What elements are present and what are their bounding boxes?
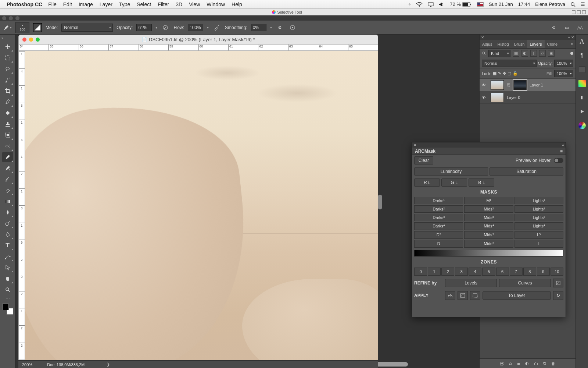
status-more-icon[interactable]: ❯ xyxy=(107,362,110,367)
layer-thumb[interactable] xyxy=(491,80,504,90)
mask-link-icon[interactable]: ⛓ xyxy=(507,83,510,87)
layer-thumb[interactable] xyxy=(491,93,504,102)
document-titlebar[interactable]: 📄 DSCF0951.tif @ 200% (Layer 1, Layer Ma… xyxy=(18,35,378,44)
tab-history[interactable]: Histog xyxy=(495,40,512,48)
apply-histogram-icon[interactable] xyxy=(445,291,455,300)
edit-toolbar-icon[interactable]: ⋯ xyxy=(2,296,13,301)
tab-adjust[interactable]: Adjus xyxy=(480,40,495,48)
lights3-button[interactable]: Lights³ xyxy=(514,214,563,221)
darks3-button[interactable]: Darks³ xyxy=(414,214,463,221)
panel-menu-icon[interactable]: ≡ xyxy=(560,149,563,154)
foreground-background-swatch[interactable] xyxy=(2,304,13,315)
arcmask-titlebar[interactable]: ✕« xyxy=(412,142,566,148)
zone-7[interactable]: 7 xyxy=(510,268,523,276)
pen-tool[interactable] xyxy=(2,229,13,240)
to-layer-button[interactable]: To Layer xyxy=(483,291,551,300)
trash-icon[interactable]: 🗑 xyxy=(551,361,555,366)
doc-size[interactable]: Doc: 138,0M/333,2M xyxy=(47,362,85,367)
healing-tool[interactable] xyxy=(2,108,13,118)
filter-shape-icon[interactable]: ▱ xyxy=(539,50,546,57)
filter-type-icon[interactable]: T xyxy=(530,50,537,57)
mask-icon[interactable]: ◙ xyxy=(517,361,520,366)
clear-button[interactable]: Clear xyxy=(414,156,433,164)
menu-filter[interactable]: Filter xyxy=(158,1,169,7)
lock-transparent-icon[interactable]: ▦ xyxy=(493,71,496,76)
type-tool[interactable]: T xyxy=(2,240,13,251)
dock-paragraph-icon[interactable]: ¶ xyxy=(578,52,586,60)
zone-5[interactable]: 5 xyxy=(482,268,495,276)
tab-brush[interactable]: Brush xyxy=(512,40,527,48)
direct-select-tool[interactable] xyxy=(2,262,13,273)
mids2-button[interactable]: Mids² xyxy=(464,205,513,213)
artboard-icon[interactable]: ▭ xyxy=(562,23,571,32)
patch-tool[interactable] xyxy=(2,130,13,140)
d-button[interactable]: D xyxy=(414,240,463,248)
dock-type-icon[interactable]: A xyxy=(578,38,586,46)
fill-input[interactable]: 100% xyxy=(554,70,573,77)
ruler-horizontal[interactable]: 545556575859606162636465 xyxy=(18,44,378,51)
apply-selection-icon[interactable] xyxy=(470,291,480,300)
smoothing-drop-icon[interactable]: ▾ xyxy=(270,25,272,29)
m1-button[interactable]: M¹ xyxy=(464,197,513,204)
zone-6[interactable]: 6 xyxy=(496,268,509,276)
marquee-tool[interactable] xyxy=(2,53,13,63)
zone-9[interactable]: 9 xyxy=(537,268,550,276)
zoom-tool[interactable] xyxy=(2,284,13,295)
brush-tool[interactable] xyxy=(2,152,13,162)
preview-toggle[interactable] xyxy=(554,158,563,163)
scrollbar-vertical[interactable] xyxy=(378,195,382,209)
lock-position-icon[interactable]: ✥ xyxy=(503,71,506,76)
airbrush-icon[interactable] xyxy=(212,23,221,32)
mixer-brush-tool[interactable] xyxy=(2,174,13,184)
saturation-tab[interactable]: Saturation xyxy=(490,167,563,176)
filter-pixel-icon[interactable]: ▦ xyxy=(513,50,519,57)
ruler-vertical[interactable]: 141516171819202122 xyxy=(18,51,25,360)
link-layers-icon[interactable]: ⛓ xyxy=(500,361,504,366)
stamp-tool[interactable] xyxy=(2,119,13,129)
menu-window[interactable]: Window xyxy=(207,1,225,7)
crop-tool[interactable] xyxy=(2,86,13,96)
close-icon[interactable]: ✕ xyxy=(413,143,416,147)
menu-help[interactable]: Help xyxy=(232,1,242,7)
history-brush-tool[interactable] xyxy=(2,163,13,173)
darks2-button[interactable]: Darks² xyxy=(414,205,463,213)
tab-layers[interactable]: Layers xyxy=(527,40,544,48)
filter-kind-select[interactable]: Kind xyxy=(488,50,510,57)
mids4-button[interactable]: Mids⁴ xyxy=(464,222,513,230)
smoothing-gear-icon[interactable]: ⚙ xyxy=(276,23,284,32)
lock-artboard-icon[interactable]: ▢ xyxy=(508,71,511,76)
apply-curves-icon[interactable] xyxy=(458,291,468,300)
flow-drop-icon[interactable]: ▾ xyxy=(207,25,209,29)
opacity-drop-icon[interactable]: ▾ xyxy=(155,25,157,29)
eraser-tool[interactable] xyxy=(2,185,13,195)
menu-image[interactable]: Image xyxy=(79,1,93,7)
quick-select-tool[interactable] xyxy=(2,75,13,85)
battery-status[interactable]: 72 % xyxy=(450,1,472,7)
gradient-tool[interactable] xyxy=(2,196,13,206)
input-flag[interactable] xyxy=(477,2,484,7)
layer-opacity-input[interactable]: 100% xyxy=(554,60,573,67)
brush-preset-picker[interactable]: •200 xyxy=(15,22,29,33)
rotate-canvas-icon[interactable]: ⟲ xyxy=(549,23,558,32)
l-button[interactable]: L xyxy=(514,240,563,248)
menubar-date[interactable]: Sun 21 Jan xyxy=(489,1,513,7)
eyedropper-tool[interactable] xyxy=(2,97,13,107)
filter-toggle-icon[interactable] xyxy=(570,52,573,55)
group-icon[interactable]: 🗀 xyxy=(534,361,538,366)
brush-tool-icon[interactable]: ▾ xyxy=(3,23,12,32)
lights2-button[interactable]: Lights² xyxy=(514,205,563,213)
app-traffic-lights[interactable] xyxy=(2,16,19,20)
fx-icon[interactable]: fx xyxy=(509,361,512,366)
arcmask-panel[interactable]: ✕« ARCMask≡ Clear Preview on Hover: Lumi… xyxy=(412,142,566,317)
zone-8[interactable]: 8 xyxy=(523,268,536,276)
zone-10[interactable]: 10 xyxy=(551,268,563,276)
visibility-icon[interactable]: 👁 xyxy=(482,83,488,87)
hand-tool[interactable] xyxy=(2,273,13,284)
mids5-button[interactable]: Mids⁵ xyxy=(464,231,513,239)
layer-row-0[interactable]: 👁 Layer 0 xyxy=(480,91,576,104)
new-layer-icon[interactable]: ⧉ xyxy=(543,361,546,366)
layer-blend-select[interactable]: Normal xyxy=(482,60,537,67)
pressure-size-icon[interactable] xyxy=(288,23,297,32)
filter-adjust-icon[interactable]: ◐ xyxy=(521,50,528,57)
spotlight-icon[interactable] xyxy=(570,2,576,7)
